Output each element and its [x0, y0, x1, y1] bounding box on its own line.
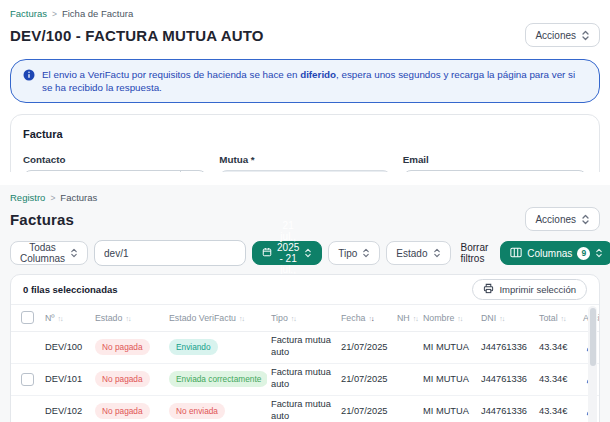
estado-filter-button[interactable]: Estado [386, 241, 450, 265]
sort-icon: ↑↓ [125, 315, 130, 322]
tipo-filter-label: Tipo [338, 248, 357, 259]
column-header-label: Fecha [341, 313, 365, 323]
sort-icon: ↑↓ [239, 315, 244, 322]
cell-tipo: Factura mutua auto [267, 331, 337, 363]
calendar-icon [262, 247, 272, 259]
columns-button-label: Columnas [527, 248, 572, 259]
chevron-updown-icon [304, 248, 312, 258]
cell-estado: No pagada [91, 331, 165, 363]
cell-fecha: 21/07/2025 [337, 363, 393, 395]
verifactu-info-alert: El envio a VeriFactu por requisitos de h… [10, 59, 600, 103]
contacto-add-button[interactable]: + [180, 171, 206, 172]
table-row: DEV/100No pagadaEnviandoFactura mutua au… [11, 331, 600, 363]
column-header-verifactu[interactable]: Estado VeriFactu↑↓ [165, 305, 267, 331]
chevron-updown-icon [595, 248, 603, 258]
sort-icon: ↑↓ [457, 315, 462, 322]
cell-verifactu: Enviada correctamente [165, 363, 267, 395]
cell-checkbox [11, 331, 41, 363]
estado-filter-label: Estado [396, 248, 427, 259]
cell-checkbox [11, 395, 41, 422]
breadcrumb-registro[interactable]: Registro [10, 192, 45, 203]
row-checkbox[interactable] [21, 373, 34, 386]
column-header-estado[interactable]: Estado↑↓ [91, 305, 165, 331]
verifactu-status-badge: Enviada correctamente [169, 371, 267, 387]
column-header-label: Tipo [271, 313, 288, 323]
table-scrollbar[interactable] [588, 306, 597, 422]
sort-icon: ↑↓ [499, 315, 504, 322]
chevron-updown-icon [581, 214, 590, 225]
invoice-detail-page: Facturas > Ficha de Factura DEV/100 - FA… [0, 0, 610, 172]
cell-total: 43.34€ [535, 363, 579, 395]
cell-nombre: MI MUTUA [419, 363, 477, 395]
cell-nombre: MI MUTUA [419, 395, 477, 422]
acciones-button-label: Acciones [535, 30, 576, 41]
mutua-label: Mutua * [219, 154, 390, 165]
table-row: DEV/102No pagadaNo enviadaFactura mutua … [11, 395, 600, 422]
chevron-updown-icon [433, 248, 441, 258]
tipo-filter-button[interactable]: Tipo [328, 241, 380, 265]
column-header-dni[interactable]: DNI↑↓ [477, 305, 535, 331]
sort-icon: ↑↓ [58, 315, 63, 322]
sort-icon: ↑↓ [413, 315, 418, 322]
column-header-tipo[interactable]: Tipo↑↓ [267, 305, 337, 331]
breadcrumb: Registro > Facturas [10, 192, 600, 203]
printer-icon [483, 283, 494, 296]
sort-icon: ↑↓ [561, 315, 566, 322]
chevron-updown-icon [70, 248, 78, 258]
column-header-numero[interactable]: Nº↑↓ [41, 305, 91, 331]
selection-bar: 0 filas seleccionadas Imprimir selección [11, 275, 599, 305]
email-input[interactable] [403, 170, 587, 172]
column-header-label: DNI [481, 313, 496, 323]
columns-count-badge: 9 [577, 247, 590, 260]
cell-estado: No pagada [91, 395, 165, 422]
cell-dni: J44761336 [477, 363, 535, 395]
print-selection-button[interactable]: Imprimir selección [472, 279, 587, 300]
mutua-field: Mutua * [219, 154, 390, 172]
contacto-input[interactable] [24, 171, 180, 172]
breadcrumb-facturas: Facturas [60, 192, 97, 203]
factura-card-title: Factura [23, 128, 587, 140]
breadcrumb: Facturas > Ficha de Factura [10, 8, 600, 19]
select-all-checkbox[interactable] [21, 311, 34, 324]
breadcrumb-separator: > [52, 9, 57, 19]
cell-total: 43.34€ [535, 331, 579, 363]
column-header-label: Total [539, 313, 558, 323]
cell-total: 43.34€ [535, 395, 579, 422]
email-field: Email [403, 154, 587, 172]
sort-icon: ↑↓ [368, 315, 373, 322]
columns-filter-select[interactable]: Todas Columnas [10, 241, 88, 265]
cell-checkbox [11, 363, 41, 395]
alert-text: El envio a VeriFactu por requisitos de h… [42, 68, 587, 94]
table-row: DEV/101No pagadaEnviada correctamenteFac… [11, 363, 600, 395]
cell-nombre: MI MUTUA [419, 331, 477, 363]
clear-filters-link[interactable]: Borrar filtros [461, 242, 489, 264]
acciones-button[interactable]: Acciones [525, 207, 600, 231]
factura-card: Factura Contacto + Mutua * Email [10, 114, 600, 172]
estado-status-badge: No pagada [95, 371, 150, 387]
contacto-label: Contacto [23, 154, 207, 165]
acciones-button[interactable]: Acciones [525, 23, 600, 47]
search-input[interactable] [94, 240, 246, 266]
cell-verifactu: No enviada [165, 395, 267, 422]
cell-numero: DEV/100 [41, 331, 91, 363]
estado-status-badge: No pagada [95, 339, 150, 355]
columns-button[interactable]: Columnas 9 [500, 241, 610, 265]
cell-nh [393, 331, 419, 363]
filters-bar: Todas Columnas 21 jul., 2025 - 21 jul., … [10, 240, 600, 266]
page-title: Facturas [10, 211, 74, 228]
date-range-button[interactable]: 21 jul., 2025 - 21 jul., 2025 [252, 241, 322, 265]
column-header-nombre[interactable]: Nombre↑↓ [419, 305, 477, 331]
column-header-label: Estado [95, 313, 122, 323]
column-header-label: Nº [45, 313, 55, 323]
cell-nh [393, 395, 419, 422]
invoices-table: Nº↑↓Estado↑↓Estado VeriFactu↑↓Tipo↑↓Fech… [11, 305, 600, 422]
contacto-field: Contacto + [23, 154, 207, 172]
column-header-label: Estado VeriFactu [169, 313, 236, 323]
cell-fecha: 21/07/2025 [337, 331, 393, 363]
column-header-fecha[interactable]: Fecha↑↓ [337, 305, 393, 331]
selection-count: 0 filas seleccionadas [23, 284, 118, 295]
column-header-total[interactable]: Total↑↓ [535, 305, 579, 331]
column-header-nh[interactable]: NH↑↓ [393, 305, 419, 331]
breadcrumb-facturas[interactable]: Facturas [10, 8, 47, 19]
scrollbar-thumb[interactable] [590, 308, 596, 366]
